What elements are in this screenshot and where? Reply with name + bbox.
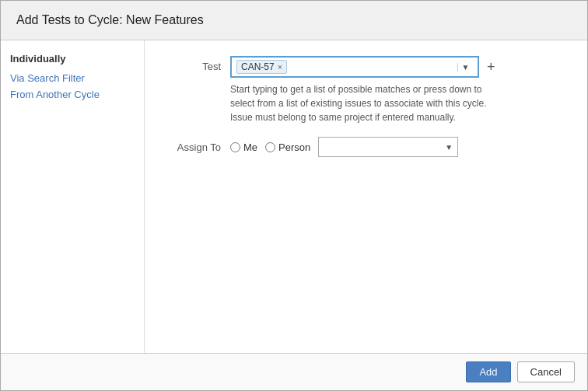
modal-header: Add Tests to Cycle: New Features <box>1 1 587 40</box>
test-control-wrap: CAN-57 × ▼ + Start typing to get a list … <box>230 56 564 124</box>
modal-footer: Add Cancel <box>1 353 587 390</box>
tag-close-icon[interactable]: × <box>278 62 282 72</box>
radio-me-option[interactable]: Me <box>230 141 257 153</box>
test-tag-input[interactable]: CAN-57 × ▼ <box>230 56 479 78</box>
test-hint-text: Start typing to get a list of possible m… <box>230 82 495 124</box>
tag-value: CAN-57 <box>241 61 275 72</box>
person-select-arrow-icon: ▼ <box>445 143 453 152</box>
test-dropdown-arrow-icon[interactable]: ▼ <box>457 63 473 72</box>
assign-to-row: Assign To Me Person ▼ <box>168 137 564 157</box>
sidebar: Individually Via Search Filter From Anot… <box>1 40 145 353</box>
test-tag: CAN-57 × <box>236 60 287 74</box>
cancel-button[interactable]: Cancel <box>517 361 575 382</box>
assign-options: Me Person ▼ <box>230 137 458 157</box>
radio-person-label: Person <box>278 141 310 153</box>
modal-title: Add Tests to Cycle: New Features <box>16 13 572 27</box>
radio-person-input[interactable] <box>265 142 275 152</box>
sidebar-link-via-search-filter[interactable]: Via Search Filter <box>10 72 135 84</box>
radio-me-label: Me <box>243 141 257 153</box>
modal-container: Add Tests to Cycle: New Features Individ… <box>0 0 588 391</box>
add-test-icon[interactable]: + <box>484 60 499 74</box>
test-input-container: CAN-57 × ▼ + <box>230 56 564 78</box>
radio-person-option[interactable]: Person <box>265 141 310 153</box>
modal-body: Individually Via Search Filter From Anot… <box>1 40 587 353</box>
sidebar-link-from-another-cycle[interactable]: From Another Cycle <box>10 89 135 100</box>
add-button[interactable]: Add <box>466 361 510 382</box>
radio-me-input[interactable] <box>230 142 240 152</box>
assign-to-label: Assign To <box>168 141 230 153</box>
test-form-row: Test CAN-57 × ▼ + Start typing to get a … <box>168 56 564 124</box>
sidebar-section-label: Individually <box>10 53 135 65</box>
form-content: Test CAN-57 × ▼ + Start typing to get a … <box>145 40 587 353</box>
test-label: Test <box>168 56 230 72</box>
person-select-dropdown[interactable]: ▼ <box>318 137 458 157</box>
